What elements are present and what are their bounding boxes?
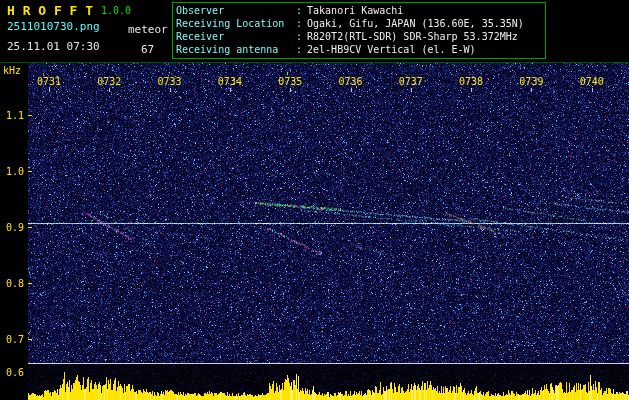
app-version: 1.0.0 [101, 5, 131, 16]
info-label: Receiving Location [176, 18, 296, 30]
spectrogram-canvas [0, 0, 629, 400]
time-tick-label: 0740 [580, 76, 604, 87]
datetime-label: 25.11.01 07:30 [7, 40, 100, 53]
freq-tick-label: 0.7 [6, 334, 24, 345]
time-tick-label: 0733 [158, 76, 182, 87]
y-axis-unit-label: kHz [3, 65, 21, 76]
info-row-receiver: Receiver : R820T2(RTL-SDR) SDR-Sharp 53.… [176, 31, 542, 43]
freq-tick-label: 1.0 [6, 166, 24, 177]
colon-separator: : [296, 18, 302, 30]
time-tick-label: 0735 [278, 76, 302, 87]
time-tick-label: 0737 [399, 76, 423, 87]
hrofft-window: H R O F F T 1.0.0 2511010730.png meteor … [0, 0, 629, 400]
header-info-box: Observer : Takanori Kawachi Receiving Lo… [172, 2, 546, 59]
colon-separator: : [296, 5, 302, 17]
freq-tick-label: 0.8 [6, 278, 24, 289]
output-filename: 2511010730.png [7, 20, 100, 33]
mode-label: meteor [128, 23, 168, 36]
freq-tick-label: 0.9 [6, 222, 24, 233]
time-tick-label: 0732 [97, 76, 121, 87]
app-title: H R O F F T [7, 3, 93, 18]
info-value: 2el-HB9CV Vertical (el. E-W) [307, 44, 476, 56]
colon-separator: : [296, 31, 302, 43]
header-divider [0, 62, 629, 63]
time-tick-label: 0738 [459, 76, 483, 87]
freq-tick-label: 1.1 [6, 110, 24, 121]
info-value: R820T2(RTL-SDR) SDR-Sharp 53.372MHz [307, 31, 518, 43]
time-tick-label: 0736 [338, 76, 362, 87]
echo-count: 67 [141, 43, 154, 56]
info-label: Receiving antenna [176, 44, 296, 56]
colon-separator: : [296, 44, 302, 56]
info-value: Ogaki, Gifu, JAPAN (136.60E, 35.35N) [307, 18, 524, 30]
time-tick-label: 0734 [218, 76, 242, 87]
info-label: Observer [176, 5, 296, 17]
info-value: Takanori Kawachi [307, 5, 403, 17]
time-tick-label: 0739 [519, 76, 543, 87]
info-row-antenna: Receiving antenna : 2el-HB9CV Vertical (… [176, 44, 542, 56]
info-label: Receiver [176, 31, 296, 43]
info-row-location: Receiving Location : Ogaki, Gifu, JAPAN … [176, 18, 542, 30]
info-row-observer: Observer : Takanori Kawachi [176, 5, 542, 17]
freq-tick-label: 0.6 [6, 367, 24, 378]
time-tick-label: 0731 [37, 76, 61, 87]
